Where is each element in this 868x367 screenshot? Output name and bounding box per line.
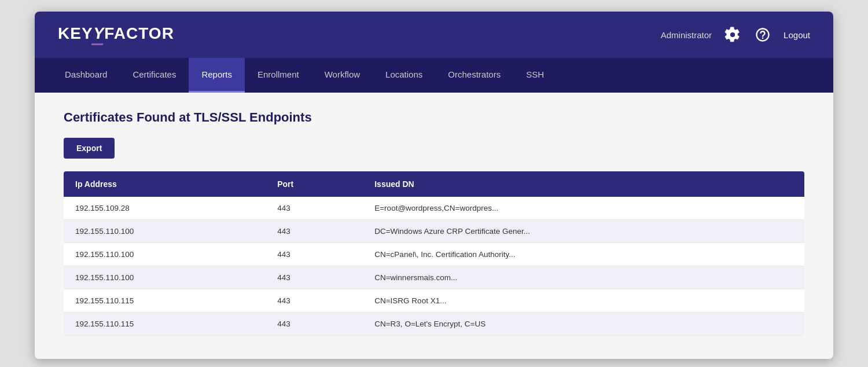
cell-issued-dn: CN=cPanel\, Inc. Certification Authority… bbox=[363, 243, 804, 266]
cell-issued-dn: E=root@wordpress,CN=wordpres... bbox=[363, 197, 804, 220]
table-row[interactable]: 192.155.110.100443CN=winnersmais.com... bbox=[64, 266, 804, 289]
nav-item-workflow[interactable]: Workflow bbox=[312, 58, 373, 93]
cell-issued-dn: CN=winnersmais.com... bbox=[363, 266, 804, 289]
help-icon[interactable] bbox=[753, 25, 772, 44]
admin-label: Administrator bbox=[661, 30, 712, 40]
cell-port: 443 bbox=[266, 197, 363, 220]
certificates-table: Ip Address Port Issued DN 192.155.109.28… bbox=[64, 171, 804, 336]
cell-port: 443 bbox=[266, 313, 363, 336]
cell-ip: 192.155.110.100 bbox=[64, 220, 266, 243]
table-row[interactable]: 192.155.109.28443E=root@wordpress,CN=wor… bbox=[64, 197, 804, 220]
nav-item-reports[interactable]: Reports bbox=[189, 58, 245, 93]
cell-issued-dn: CN=R3, O=Let's Encrypt, C=US bbox=[363, 313, 804, 336]
cell-issued-dn: DC=Windows Azure CRP Certificate Gener..… bbox=[363, 220, 804, 243]
col-header-port: Port bbox=[266, 171, 363, 197]
browser-window: KEY Y FACTOR Administrator Logout Dashbo… bbox=[35, 12, 833, 359]
nav-item-enrollment[interactable]: Enrollment bbox=[245, 58, 312, 93]
table-row[interactable]: 192.155.110.100443CN=cPanel\, Inc. Certi… bbox=[64, 243, 804, 266]
cell-port: 443 bbox=[266, 266, 363, 289]
cell-ip: 192.155.109.28 bbox=[64, 197, 266, 220]
table-row[interactable]: 192.155.110.115443CN=ISRG Root X1... bbox=[64, 289, 804, 313]
settings-icon[interactable] bbox=[723, 25, 742, 44]
header: KEY Y FACTOR Administrator Logout bbox=[35, 12, 833, 58]
page-title: Certificates Found at TLS/SSL Endpoints bbox=[64, 110, 804, 125]
cell-port: 443 bbox=[266, 243, 363, 266]
cell-port: 443 bbox=[266, 220, 363, 243]
navbar: Dashboard Certificates Reports Enrollmen… bbox=[35, 58, 833, 93]
nav-item-locations[interactable]: Locations bbox=[373, 58, 435, 93]
nav-item-certificates[interactable]: Certificates bbox=[120, 58, 189, 93]
export-button[interactable]: Export bbox=[64, 138, 115, 159]
cell-ip: 192.155.110.115 bbox=[64, 289, 266, 313]
cell-ip: 192.155.110.115 bbox=[64, 313, 266, 336]
cell-port: 443 bbox=[266, 289, 363, 313]
logout-button[interactable]: Logout bbox=[784, 30, 810, 40]
nav-item-ssh[interactable]: SSH bbox=[513, 58, 557, 93]
logo: KEY Y FACTOR bbox=[58, 24, 174, 45]
nav-item-orchestrators[interactable]: Orchestrators bbox=[435, 58, 513, 93]
cell-ip: 192.155.110.100 bbox=[64, 243, 266, 266]
table-row[interactable]: 192.155.110.100443DC=Windows Azure CRP C… bbox=[64, 220, 804, 243]
cell-issued-dn: CN=ISRG Root X1... bbox=[363, 289, 804, 313]
col-header-dn: Issued DN bbox=[363, 171, 804, 197]
header-right: Administrator Logout bbox=[661, 25, 810, 44]
main-content: Certificates Found at TLS/SSL Endpoints … bbox=[35, 93, 833, 359]
col-header-ip: Ip Address bbox=[64, 171, 266, 197]
table-header-row: Ip Address Port Issued DN bbox=[64, 171, 804, 197]
nav-item-dashboard[interactable]: Dashboard bbox=[52, 58, 120, 93]
cell-ip: 192.155.110.100 bbox=[64, 266, 266, 289]
table-row[interactable]: 192.155.110.115443CN=R3, O=Let's Encrypt… bbox=[64, 313, 804, 336]
